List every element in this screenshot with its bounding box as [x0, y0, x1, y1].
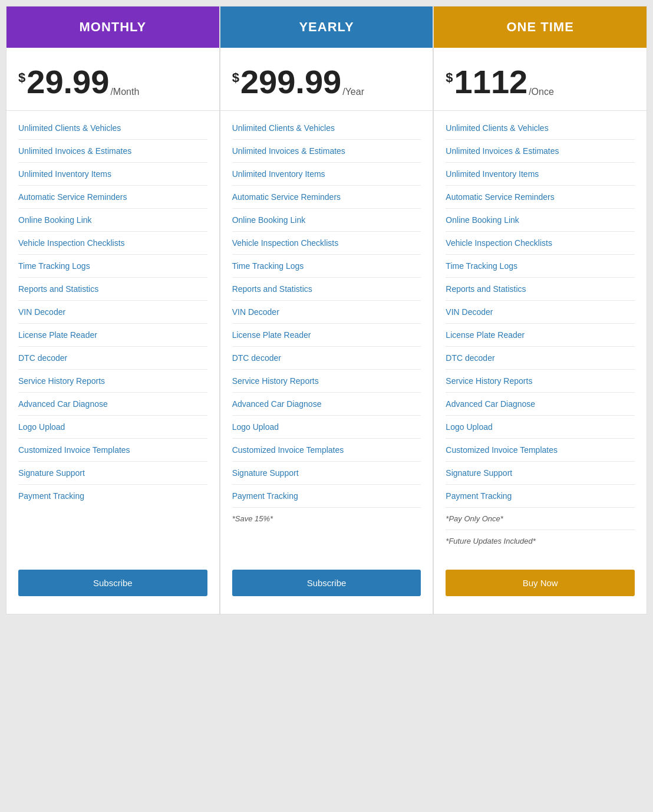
- plan-price-section-onetime: $1112/Once: [434, 48, 647, 111]
- price-dollar-monthly: $: [18, 70, 25, 86]
- list-item: Customized Invoice Templates: [18, 439, 207, 462]
- list-item: Logo Upload: [232, 416, 421, 439]
- list-item: Service History Reports: [18, 370, 207, 393]
- list-item: Service History Reports: [446, 370, 635, 393]
- plan-footer-yearly: Subscribe: [220, 558, 433, 614]
- list-item: Signature Support: [18, 462, 207, 485]
- list-item: Time Tracking Logs: [232, 255, 421, 278]
- yearly-button[interactable]: Subscribe: [232, 570, 421, 596]
- price-amount-yearly: 299.99: [240, 65, 341, 98]
- plan-title-monthly: MONTHLY: [12, 19, 213, 35]
- list-item: VIN Decoder: [446, 301, 635, 324]
- list-item: Online Booking Link: [18, 209, 207, 232]
- plan-header-onetime: ONE TIME: [434, 6, 647, 48]
- list-item: Logo Upload: [18, 416, 207, 439]
- plan-card-onetime: ONE TIME$1112/OnceUnlimited Clients & Ve…: [433, 6, 647, 614]
- list-item: Unlimited Invoices & Estimates: [232, 140, 421, 163]
- list-item: Signature Support: [232, 462, 421, 485]
- list-item: Unlimited Inventory Items: [446, 163, 635, 186]
- plan-price-section-monthly: $29.99/Month: [6, 48, 219, 111]
- list-item: Online Booking Link: [446, 209, 635, 232]
- list-item: Advanced Car Diagnose: [18, 393, 207, 416]
- list-item: Unlimited Clients & Vehicles: [232, 117, 421, 140]
- list-item: Time Tracking Logs: [18, 255, 207, 278]
- list-item: Payment Tracking: [18, 485, 207, 507]
- list-item: Vehicle Inspection Checklists: [446, 232, 635, 255]
- features-list-onetime: Unlimited Clients & VehiclesUnlimited In…: [434, 111, 647, 558]
- list-item: Unlimited Clients & Vehicles: [446, 117, 635, 140]
- extra-note: *Pay Only Once*: [446, 508, 635, 530]
- plan-price-onetime: $1112/Once: [446, 65, 635, 98]
- list-item: Advanced Car Diagnose: [446, 393, 635, 416]
- list-item: DTC decoder: [232, 347, 421, 370]
- list-item: Unlimited Inventory Items: [232, 163, 421, 186]
- price-period-yearly: /Year: [342, 87, 364, 97]
- list-item: Unlimited Inventory Items: [18, 163, 207, 186]
- list-item: DTC decoder: [446, 347, 635, 370]
- list-item: Reports and Statistics: [232, 278, 421, 301]
- list-item: Online Booking Link: [232, 209, 421, 232]
- price-amount-onetime: 1112: [454, 65, 528, 98]
- list-item: Customized Invoice Templates: [232, 439, 421, 462]
- price-period-monthly: /Month: [110, 87, 139, 97]
- list-item: Automatic Service Reminders: [232, 186, 421, 209]
- list-item: Service History Reports: [232, 370, 421, 393]
- list-item: License Plate Reader: [232, 324, 421, 347]
- extra-note: *Future Updates Included*: [446, 530, 635, 552]
- list-item: Advanced Car Diagnose: [232, 393, 421, 416]
- price-amount-monthly: 29.99: [27, 65, 109, 98]
- list-item: Logo Upload: [446, 416, 635, 439]
- features-list-monthly: Unlimited Clients & VehiclesUnlimited In…: [6, 111, 219, 558]
- plan-price-monthly: $29.99/Month: [18, 65, 207, 98]
- list-item: VIN Decoder: [232, 301, 421, 324]
- list-item: Automatic Service Reminders: [446, 186, 635, 209]
- list-item: Payment Tracking: [446, 485, 635, 508]
- plan-header-yearly: YEARLY: [220, 6, 433, 48]
- list-item: Reports and Statistics: [18, 278, 207, 301]
- list-item: Time Tracking Logs: [446, 255, 635, 278]
- plan-header-monthly: MONTHLY: [6, 6, 219, 48]
- price-period-onetime: /Once: [529, 87, 554, 97]
- list-item: Vehicle Inspection Checklists: [232, 232, 421, 255]
- price-dollar-yearly: $: [232, 70, 239, 86]
- plan-footer-monthly: Subscribe: [6, 558, 219, 614]
- list-item: Signature Support: [446, 462, 635, 485]
- features-list-yearly: Unlimited Clients & VehiclesUnlimited In…: [220, 111, 433, 558]
- plan-footer-onetime: Buy Now: [434, 558, 647, 614]
- monthly-button[interactable]: Subscribe: [18, 570, 207, 596]
- plan-title-yearly: YEARLY: [226, 19, 427, 35]
- list-item: DTC decoder: [18, 347, 207, 370]
- list-item: License Plate Reader: [18, 324, 207, 347]
- list-item: VIN Decoder: [18, 301, 207, 324]
- onetime-button[interactable]: Buy Now: [446, 570, 635, 596]
- list-item: Unlimited Invoices & Estimates: [18, 140, 207, 163]
- list-item: Vehicle Inspection Checklists: [18, 232, 207, 255]
- list-item: Unlimited Invoices & Estimates: [446, 140, 635, 163]
- price-dollar-onetime: $: [446, 70, 453, 86]
- plan-card-yearly: YEARLY$299.99/YearUnlimited Clients & Ve…: [220, 6, 434, 614]
- list-item: Unlimited Clients & Vehicles: [18, 117, 207, 140]
- plan-title-onetime: ONE TIME: [440, 19, 641, 35]
- list-item: Reports and Statistics: [446, 278, 635, 301]
- list-item: Automatic Service Reminders: [18, 186, 207, 209]
- pricing-container: MONTHLY$29.99/MonthUnlimited Clients & V…: [6, 6, 647, 614]
- list-item: License Plate Reader: [446, 324, 635, 347]
- plan-price-section-yearly: $299.99/Year: [220, 48, 433, 111]
- list-item: Customized Invoice Templates: [446, 439, 635, 462]
- plan-card-monthly: MONTHLY$29.99/MonthUnlimited Clients & V…: [6, 6, 220, 614]
- plan-price-yearly: $299.99/Year: [232, 65, 421, 98]
- extra-note: *Save 15%*: [232, 508, 421, 530]
- list-item: Payment Tracking: [232, 485, 421, 508]
